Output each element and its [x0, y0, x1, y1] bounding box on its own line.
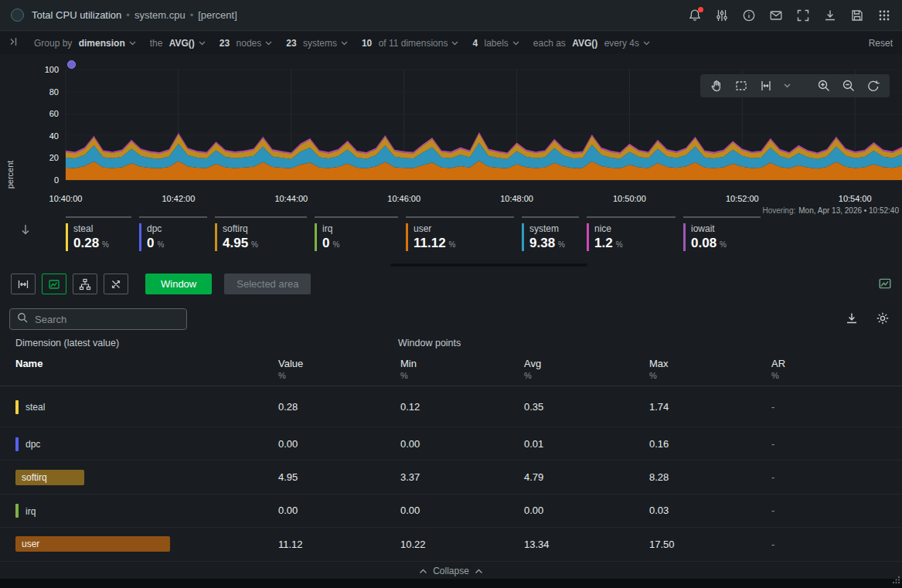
legend-track: [587, 216, 676, 218]
table-action-icons: [845, 311, 890, 325]
box-select-icon[interactable]: [734, 79, 748, 93]
zoom-in-icon[interactable]: [817, 79, 831, 93]
filter-dropdown-23-systems[interactable]: 23 systems: [286, 38, 348, 49]
dimension-value-bar: [15, 504, 19, 518]
select-mode-chevron-icon[interactable]: [784, 83, 791, 88]
table-settings-gear-icon[interactable]: [876, 311, 890, 325]
column-header-ar[interactable]: AR%: [771, 358, 902, 386]
table-download-icon[interactable]: [845, 311, 859, 325]
cell-max: 1.74: [649, 401, 771, 413]
alerts-bell-icon[interactable]: [688, 8, 702, 22]
cell-min: 0.00: [400, 505, 524, 516]
filter-dropdown-4-labels[interactable]: 4 labels: [472, 38, 519, 49]
chart-thumbnail-icon[interactable]: [878, 277, 892, 294]
column-header-avg[interactable]: Avg%: [524, 358, 649, 386]
filter-dropdown-23-nodes[interactable]: 23 nodes: [220, 38, 272, 49]
cell-ar: -: [771, 438, 902, 450]
legend-dimension-name: user: [414, 223, 514, 234]
legend-item-irq[interactable]: irq0%: [315, 216, 398, 251]
dimension-color-bar: [139, 223, 141, 251]
cell-ar: -: [771, 539, 902, 550]
chart-context: system.cpu: [134, 9, 186, 21]
window-button[interactable]: Window: [145, 274, 212, 294]
column-header-min[interactable]: Min%: [400, 358, 524, 386]
hierarchy-icon[interactable]: [73, 274, 97, 294]
search-icon: [17, 312, 28, 326]
legend-dimension-name: softirq: [223, 223, 307, 234]
zoom-reset-icon[interactable]: [866, 79, 880, 93]
download-icon[interactable]: [823, 8, 837, 22]
dimension-color-bar: [315, 223, 317, 251]
legend-track: [315, 216, 398, 218]
pan-icon[interactable]: [710, 79, 723, 93]
legend-scrollbar[interactable]: [390, 263, 587, 267]
cross-arrows-icon[interactable]: [104, 274, 128, 294]
filter-dropdown-avg-every-4s[interactable]: each as AVG() every 4s: [533, 38, 650, 49]
collapse-label: Collapse: [433, 566, 469, 576]
dimension-value-bar: user: [15, 536, 170, 552]
filter-dropdown-avg-the[interactable]: the AVG(): [150, 38, 206, 49]
chevron-up-icon: [475, 569, 483, 574]
legend-dimension-name: nice: [594, 223, 676, 234]
inbox-icon[interactable]: [769, 8, 783, 22]
legend-dimension-name: dpc: [147, 223, 207, 234]
legend-dimension-value: 11.12%: [414, 236, 514, 251]
table-row-user[interactable]: user11.1210.2213.3417.50-: [0, 528, 902, 561]
chart-mode-toolbar: Window Selected area: [11, 274, 311, 294]
reset-button[interactable]: Reset: [869, 38, 893, 49]
arrow-down-icon[interactable]: [19, 223, 32, 240]
selected-area-button[interactable]: Selected area: [224, 274, 311, 294]
table-row-dpc[interactable]: dpc0.000.000.010.16-: [0, 427, 902, 461]
resize-grip[interactable]: [892, 573, 900, 587]
save-icon[interactable]: [850, 8, 864, 22]
legend-items: steal0.28%dpc0%softirq4.95%irq0%user11.1…: [66, 216, 761, 251]
cell-avg: 4.79: [524, 471, 649, 483]
horizontal-select-icon[interactable]: [759, 79, 773, 93]
chart-image-icon[interactable]: [42, 274, 66, 294]
zoom-out-icon[interactable]: [842, 79, 856, 93]
fullscreen-icon[interactable]: [796, 8, 810, 22]
legend-item-iowait[interactable]: iowait0.08%: [683, 216, 761, 251]
expand-horizontal-icon[interactable]: [11, 274, 36, 294]
svg-text:20: 20: [49, 153, 59, 162]
legend-track: [139, 216, 207, 218]
dimension-name: steal: [26, 402, 45, 413]
table-row-irq[interactable]: irq0.000.000.000.03-: [0, 495, 902, 528]
dimensions-legend: steal0.28%dpc0%softirq4.95%irq0%user11.1…: [0, 216, 902, 261]
sidebar-toggle-icon[interactable]: [9, 37, 20, 49]
filter-dropdown-10-of-11-dimensions[interactable]: 10 of 11 dimensions: [362, 38, 459, 49]
svg-text:10:42:00: 10:42:00: [162, 194, 195, 203]
svg-text:10:46:00: 10:46:00: [387, 194, 420, 203]
svg-text:100: 100: [45, 65, 59, 74]
filter-dropdown-dimension-group-by[interactable]: Group by dimension: [34, 38, 136, 49]
titlebar-icons: [688, 8, 891, 22]
cell-max: 0.16: [649, 438, 771, 450]
legend-item-system[interactable]: system9.38%: [522, 216, 579, 251]
column-header-name[interactable]: Name: [15, 358, 278, 386]
search-input[interactable]: [33, 313, 179, 326]
cell-min: 10.22: [400, 539, 524, 550]
table-row-steal[interactable]: steal0.280.120.351.74-: [0, 387, 902, 427]
app-logo-icon: [11, 8, 24, 22]
legend-track: [215, 216, 307, 218]
legend-item-user[interactable]: user11.12%: [406, 216, 514, 251]
svg-text:40: 40: [49, 131, 59, 141]
collapse-bar[interactable]: Collapse: [0, 566, 902, 576]
legend-item-softirq[interactable]: softirq4.95%: [215, 216, 307, 251]
table-row-softirq[interactable]: softirq4.953.374.798.28-: [0, 461, 902, 494]
chart-units: [percent]: [198, 9, 237, 21]
metrics-sliders-icon[interactable]: [715, 8, 729, 22]
legend-item-steal[interactable]: steal0.28%: [66, 216, 131, 251]
anomaly-badge-icon[interactable]: [67, 60, 76, 69]
title-bar: Total CPU utilization•system.cpu•[percen…: [0, 0, 902, 31]
legend-item-dpc[interactable]: dpc0%: [139, 216, 207, 251]
column-header-value[interactable]: Value%: [278, 358, 400, 386]
svg-text:0: 0: [54, 175, 59, 185]
cell-value: 0.28: [278, 401, 400, 413]
column-header-max[interactable]: Max%: [649, 358, 771, 386]
legend-item-nice[interactable]: nice1.2%: [587, 216, 676, 251]
info-icon[interactable]: [742, 8, 756, 22]
apps-grid-icon[interactable]: [877, 8, 891, 22]
cell-min: 0.12: [400, 401, 524, 413]
legend-dimension-value: 0.08%: [691, 236, 761, 251]
